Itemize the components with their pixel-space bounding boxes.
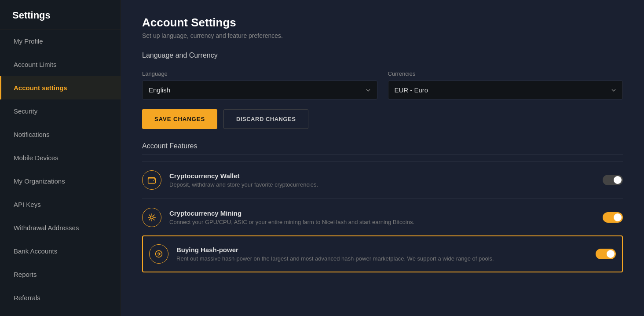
- feature-name-crypto-wallet: Cryptocurrency Wallet: [169, 172, 594, 180]
- features-list: Cryptocurrency WalletDeposit, withdraw a…: [142, 161, 623, 272]
- page-subtitle: Set up language, currency and feature pr…: [142, 32, 623, 39]
- sidebar-item-security[interactable]: Security: [0, 99, 121, 123]
- feature-text-crypto-mining: Cryptocurrency MiningConnect your GPU/CP…: [169, 209, 594, 225]
- feature-name-crypto-mining: Cryptocurrency Mining: [169, 209, 594, 217]
- language-select[interactable]: English: [142, 81, 377, 99]
- hashpower-icon: [149, 244, 168, 264]
- sidebar-item-api-keys[interactable]: API Keys: [0, 193, 121, 216]
- language-label: Language: [142, 70, 377, 77]
- feature-desc-buying-hashpower: Rent out massive hash-power on the large…: [176, 255, 587, 262]
- feature-desc-crypto-wallet: Deposit, withdraw and store your favorit…: [169, 181, 594, 188]
- sidebar: Settings My ProfileAccount LimitsAccount…: [0, 0, 121, 316]
- sidebar-item-my-profile[interactable]: My Profile: [0, 29, 121, 53]
- language-group: Language English: [142, 70, 377, 99]
- svg-line-3: [149, 215, 150, 216]
- svg-line-4: [154, 219, 154, 220]
- feature-text-buying-hashpower: Buying Hash-powerRent out massive hash-p…: [176, 246, 587, 262]
- feature-item-buying-hashpower: Buying Hash-powerRent out massive hash-p…: [142, 235, 623, 272]
- language-currency-section-title: Language and Currency: [142, 51, 623, 64]
- sidebar-item-my-organizations[interactable]: My Organizations: [0, 169, 121, 193]
- toggle-crypto-mining[interactable]: [603, 212, 623, 223]
- feature-desc-crypto-mining: Connect your GPU/CPU, ASIC or your entir…: [169, 219, 594, 225]
- sidebar-item-mobile-devices[interactable]: Mobile Devices: [0, 146, 121, 169]
- currencies-select[interactable]: EUR - Euro: [388, 81, 623, 99]
- language-currency-row: Language English Currencies EUR - Euro: [142, 70, 623, 99]
- svg-line-7: [149, 219, 150, 220]
- feature-item-crypto-mining: Cryptocurrency MiningConnect your GPU/CP…: [142, 198, 623, 236]
- svg-rect-0: [148, 178, 156, 184]
- toggle-crypto-wallet[interactable]: [603, 175, 623, 185]
- feature-text-crypto-wallet: Cryptocurrency WalletDeposit, withdraw a…: [169, 172, 594, 188]
- currencies-group: Currencies EUR - Euro: [388, 70, 623, 99]
- sidebar-item-referrals[interactable]: Referrals: [0, 286, 121, 309]
- sidebar-item-notifications[interactable]: Notifications: [0, 123, 121, 146]
- sidebar-item-account-limits[interactable]: Account Limits: [0, 53, 121, 76]
- page-title: Account Settings: [142, 16, 623, 29]
- feature-name-buying-hashpower: Buying Hash-power: [176, 246, 587, 254]
- wallet-icon: [142, 170, 161, 190]
- save-changes-button[interactable]: SAVE CHANGES: [142, 109, 217, 129]
- svg-line-8: [154, 215, 154, 216]
- main-content: Account Settings Set up language, curren…: [121, 0, 644, 316]
- feature-item-crypto-wallet: Cryptocurrency WalletDeposit, withdraw a…: [142, 161, 623, 198]
- sidebar-item-withdrawal-addresses[interactable]: Withdrawal Addresses: [0, 216, 121, 239]
- currencies-label: Currencies: [388, 70, 623, 77]
- sidebar-title: Settings: [0, 0, 121, 29]
- discard-changes-button[interactable]: DISCARD CHANGES: [223, 109, 308, 129]
- mining-icon: [142, 208, 161, 227]
- sidebar-item-bank-accounts[interactable]: Bank Accounts: [0, 239, 121, 263]
- sidebar-item-reports[interactable]: Reports: [0, 263, 121, 286]
- account-features-section-title: Account Features: [142, 142, 623, 155]
- svg-point-9: [150, 216, 154, 219]
- toggle-buying-hashpower[interactable]: [596, 249, 616, 259]
- sidebar-item-account-settings[interactable]: Account settings: [0, 76, 121, 99]
- action-buttons: SAVE CHANGES DISCARD CHANGES: [142, 109, 623, 129]
